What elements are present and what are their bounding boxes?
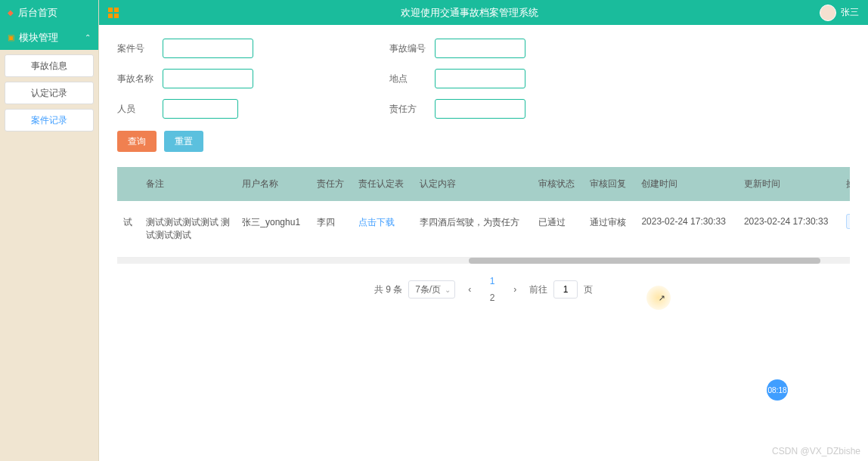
table-cell: 李四酒后驾驶，为责任方 <box>414 201 532 258</box>
topbar: 欢迎使用交通事故档案管理系统 张三 <box>99 0 868 25</box>
table-cell: 详 <box>840 201 850 258</box>
page-title: 欢迎使用交通事故档案管理系统 <box>119 6 820 20</box>
search-form: 案件号事故编号事故名称地点人员责任方 <box>117 39 850 119</box>
total-label: 共 9 条 <box>374 283 402 296</box>
page-numbers: 12 <box>484 273 501 306</box>
table-header: 审核状态 <box>532 167 584 201</box>
download-link[interactable]: 点击下载 <box>358 217 395 227</box>
table-header: 责任认定表 <box>352 167 414 201</box>
table-cell: 2023-02-24 17:30:33 <box>738 201 840 258</box>
form-row-0: 案件号 <box>117 39 374 58</box>
sidebar-items: 事故信息认定记录案件记录 <box>0 50 98 141</box>
form-row-4: 人员 <box>117 99 374 119</box>
table-cell: 试 <box>117 201 140 258</box>
page-num-2[interactable]: 2 <box>484 289 501 306</box>
watermark: CSDN @VX_DZbishe <box>772 446 860 456</box>
form-row-5: 责任方 <box>389 99 646 119</box>
form-input-0[interactable] <box>163 39 253 58</box>
home-icon: ◆ <box>8 8 14 17</box>
table-cell: 通过审核 <box>584 201 635 258</box>
form-row-1: 事故编号 <box>389 39 646 58</box>
form-label: 事故名称 <box>117 73 163 85</box>
next-page[interactable]: › <box>507 281 523 298</box>
table-header <box>117 167 140 201</box>
table-header: 用户名称 <box>236 167 311 201</box>
chevron-up-icon: ⌃ <box>85 33 91 42</box>
table-header: 更新时间 <box>738 167 840 201</box>
sidebar-module-toggle[interactable]: ▣ 模块管理 ⌃ <box>0 25 98 50</box>
detail-button[interactable]: 详 <box>846 214 850 229</box>
form-input-1[interactable] <box>435 39 525 58</box>
avatar <box>820 5 836 21</box>
table-cell: 张三_yonghu1 <box>236 201 311 258</box>
sidebar: ◆ 后台首页 ▣ 模块管理 ⌃ 事故信息认定记录案件记录 <box>0 0 99 461</box>
user-menu[interactable]: 张三 <box>820 5 859 21</box>
float-badge[interactable]: 08:18 <box>767 379 788 401</box>
main-area: 欢迎使用交通事故档案管理系统 张三 案件号事故编号事故名称地点人员责任方 查询 … <box>99 0 868 461</box>
jump-label: 前往 <box>529 283 547 296</box>
page-jump-input[interactable] <box>553 280 578 299</box>
data-table: 备注用户名称责任方责任认定表认定内容审核状态审核回复创建时间更新时间操作 试测试… <box>117 167 850 258</box>
form-input-4[interactable] <box>163 99 238 119</box>
form-row-2: 事故名称 <box>117 69 374 88</box>
table-wrapper: 备注用户名称责任方责任认定表认定内容审核状态审核回复创建时间更新时间操作 试测试… <box>117 167 850 264</box>
form-input-5[interactable] <box>435 99 525 119</box>
username-label: 张三 <box>841 6 859 19</box>
query-button[interactable]: 查询 <box>117 131 157 152</box>
h-scrollbar[interactable] <box>117 258 850 264</box>
form-input-2[interactable] <box>163 69 253 88</box>
reset-button[interactable]: 重置 <box>164 131 203 152</box>
table-header: 备注 <box>140 167 237 201</box>
form-label: 责任方 <box>389 103 435 116</box>
prev-page[interactable]: ‹ <box>461 281 478 298</box>
form-label: 案件号 <box>117 42 163 55</box>
sidebar-home[interactable]: ◆ 后台首页 <box>0 0 98 25</box>
sidebar-item-1[interactable]: 认定记录 <box>5 82 94 104</box>
sidebar-home-label: 后台首页 <box>18 6 57 20</box>
form-label: 事故编号 <box>389 42 435 55</box>
table-cell: 已通过 <box>532 201 584 258</box>
table-header: 操作 <box>840 167 850 201</box>
table-header: 认定内容 <box>414 167 532 201</box>
table-header: 审核回复 <box>584 167 635 201</box>
table-header: 责任方 <box>311 167 352 201</box>
module-icon: ▣ <box>8 33 14 42</box>
form-input-3[interactable] <box>435 69 525 88</box>
page-size-select[interactable]: 7条/页 <box>408 280 455 299</box>
sidebar-module-label: 模块管理 <box>19 31 58 45</box>
table-cell: 李四 <box>311 201 352 258</box>
table-body: 试测试测试测试测试 测试测试测试张三_yonghu1李四点击下载李四酒后驾驶，为… <box>117 201 850 258</box>
table-cell: 2023-02-24 17:30:33 <box>635 201 737 258</box>
jump-suffix: 页 <box>584 283 593 296</box>
form-label: 人员 <box>117 103 163 116</box>
table-header-row: 备注用户名称责任方责任认定表认定内容审核状态审核回复创建时间更新时间操作 <box>117 167 850 201</box>
page-num-1[interactable]: 1 <box>484 273 501 289</box>
pagination: 共 9 条 7条/页 ‹ 12 › 前往 页 <box>117 264 850 315</box>
form-row-3: 地点 <box>389 69 646 88</box>
sidebar-item-2[interactable]: 案件记录 <box>5 109 94 131</box>
table-cell: 测试测试测试测试 测试测试测试 <box>140 201 237 258</box>
h-scrollbar-thumb[interactable] <box>469 258 820 264</box>
table-header: 创建时间 <box>635 167 737 201</box>
table-cell: 点击下载 <box>352 201 414 258</box>
sidebar-item-0[interactable]: 事故信息 <box>5 54 94 77</box>
table-row: 试测试测试测试测试 测试测试测试张三_yonghu1李四点击下载李四酒后驾驶，为… <box>117 201 850 258</box>
form-label: 地点 <box>389 73 435 85</box>
grid-icon[interactable] <box>108 8 119 18</box>
